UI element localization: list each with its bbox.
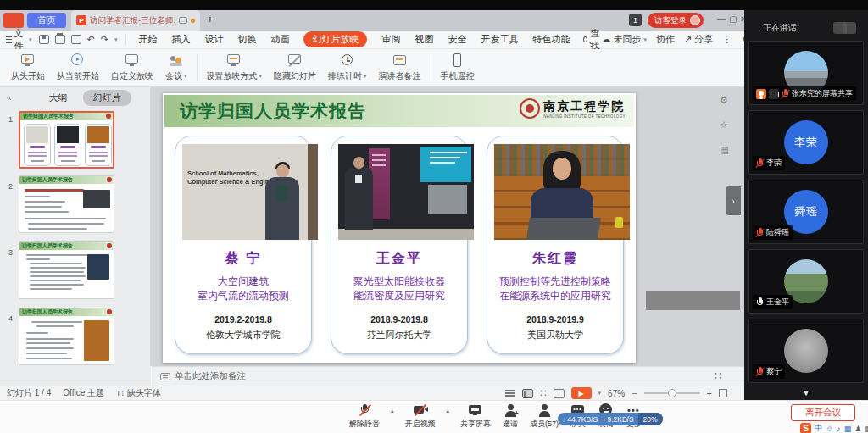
slide-thumbnail-4[interactable]: 访学归国人员学术报告 (19, 308, 114, 365)
fullscreen-icon[interactable] (719, 389, 727, 397)
start-from-beginning-button[interactable]: 从头开始 (5, 53, 51, 82)
notes-view-icon[interactable] (505, 390, 515, 397)
phone-remote-button[interactable]: 手机遥控 (435, 53, 481, 82)
find-button[interactable]: 查找 (583, 27, 601, 53)
participant-tile[interactable]: 舜瑶 陆舜瑶 (748, 180, 864, 244)
play-caret-icon[interactable]: ▾ (598, 390, 602, 397)
quickbar-caret-icon[interactable]: ▾ (114, 36, 118, 43)
scholar-name: 蔡 宁 (175, 250, 311, 268)
window-count-badge[interactable]: 1 (629, 14, 642, 26)
slide-thumbnail-3[interactable]: 访学归国人员学术报告 (19, 241, 114, 299)
rehearse-timings-button[interactable]: 排练计时▾ (322, 53, 373, 82)
print-icon[interactable] (55, 35, 65, 44)
invite-button[interactable]: + 邀请 (502, 403, 519, 430)
sync-status-button[interactable]: ☁ 未同步 ▾ (601, 33, 647, 46)
tab-slideshow-active[interactable]: 幻灯片放映 (303, 31, 367, 47)
unmute-button[interactable]: 解除静音 (349, 403, 380, 430)
settings-icon[interactable]: ⚙ (720, 95, 728, 106)
menu-bar: 文件 ▾ ↶ ↷ ▾ 开始 插入 设计 切换 动画 幻灯片放映 审阅 视图 安全 (0, 31, 744, 49)
tab-home[interactable]: 开始 (138, 33, 157, 46)
scholar-card-3[interactable]: 朱红霞 预测控制等先进控制策略在能源系统中的应用研究 2018.9-2019.9… (487, 136, 624, 354)
collaborate-button[interactable]: 协作 (656, 33, 675, 46)
tab-security[interactable]: 安全 (448, 33, 466, 46)
print-preview-icon[interactable] (71, 35, 81, 44)
notes-bar[interactable]: 单击此处添加备注 (152, 366, 744, 386)
video-options-caret[interactable]: ▴ (447, 408, 450, 414)
presenter-notes-button[interactable]: 演讲者备注 (373, 53, 427, 82)
participant-tile-share[interactable]: 张东究的屏幕共享 (748, 41, 864, 105)
file-menu[interactable]: 文件 ▾ (0, 27, 39, 53)
zoom-out-icon[interactable]: − (632, 388, 637, 398)
zoom-slider-knob[interactable] (668, 389, 676, 397)
panel-collapse-handle[interactable]: › (726, 186, 741, 215)
ime-tray-icon[interactable]: 中 (815, 423, 822, 433)
institution-logo: 南京工程学院 NANJING INSTITUTE OF TECHNOLOGY (520, 98, 626, 119)
star-icon[interactable]: ☆ (720, 119, 728, 130)
wps-logo[interactable] (3, 13, 24, 28)
scroll-participants-down-icon[interactable]: ▼ (744, 388, 868, 397)
reading-view-icon[interactable] (554, 389, 565, 398)
share-button[interactable]: ↗ 分享 (684, 33, 713, 46)
more-menu-icon[interactable]: ⋮ (722, 34, 732, 45)
start-video-button[interactable]: 开启视频 (405, 403, 436, 430)
zoom-in-icon[interactable]: + (707, 388, 712, 398)
scholar-card-2[interactable]: 王金平 聚光型太阳能接收器能流密度及应用研究 2018.9-2019.8 芬兰阿… (331, 136, 468, 354)
editor-content: « 大纲 幻灯片 1 访学归国人员学术报告 2 访学归国人员学术报告 (0, 87, 744, 366)
save-icon[interactable] (39, 35, 49, 44)
screen-share-icon (467, 403, 484, 417)
collapse-panel-icon[interactable]: « (0, 93, 20, 103)
guest-login-button[interactable]: 访客登录 (648, 13, 704, 28)
slide-thumbnail-2[interactable]: 访学归国人员学术报告 (19, 175, 114, 233)
tab-animation[interactable]: 动画 (270, 33, 289, 46)
normal-view-icon[interactable] (522, 389, 533, 398)
leave-meeting-button[interactable]: 离开会议 (791, 404, 855, 421)
theme-name[interactable]: Office 主题 (63, 387, 104, 399)
share-screen-button[interactable]: 共享屏幕 (460, 403, 491, 430)
tab-view[interactable]: 视图 (415, 33, 433, 46)
floating-overlay-bar[interactable] (646, 291, 740, 310)
emoji-tray-icon[interactable]: ☺ (826, 425, 833, 433)
slides-tab-selected[interactable]: 幻灯片 (83, 90, 131, 106)
tab-devtools[interactable]: 开发工具 (481, 33, 518, 46)
tab-transition[interactable]: 切换 (237, 33, 256, 46)
start-from-current-button[interactable]: 从当前开始 (51, 53, 105, 82)
minimize-button[interactable]: — (717, 14, 726, 24)
home-tab[interactable]: 首页 (27, 13, 66, 28)
redo-icon[interactable]: ↷ (101, 34, 108, 45)
mic-options-caret[interactable]: ▴ (391, 408, 394, 414)
participant-tile[interactable]: 李荣 李荣 (748, 110, 864, 175)
meeting-button[interactable]: 会议▾ (159, 53, 193, 82)
restore-button[interactable]: ▢ (729, 14, 737, 24)
members-button[interactable]: 成员(57) (530, 403, 559, 430)
sogou-tray-icon[interactable]: S (800, 423, 811, 433)
zoom-level[interactable]: 67% (608, 389, 625, 398)
outline-tab[interactable]: 大纲 (49, 92, 68, 104)
tab-insert[interactable]: 插入 (171, 33, 190, 46)
participant-tile[interactable]: 王金平 (748, 249, 864, 314)
hide-slide-button[interactable]: 隐藏幻灯片 (268, 53, 322, 82)
slide-thumbnail-1-selected[interactable]: 访学归国人员学术报告 (19, 111, 114, 169)
tab-review[interactable]: 审阅 (381, 33, 400, 46)
missing-font-warning[interactable]: T↓ 缺失字体 (116, 387, 161, 399)
participant-tile[interactable]: 蔡宁 (748, 319, 864, 383)
scholar-card-1[interactable]: School of Mathematics,Computer Science &… (175, 136, 312, 354)
tool-tray-icon[interactable]: ♟ (854, 425, 861, 433)
layers-icon[interactable]: ▤ (720, 144, 728, 155)
setup-show-button[interactable]: 设置放映方式▾ (201, 53, 269, 82)
slide-sorter-icon[interactable]: ∷ (540, 387, 547, 399)
scholar-institution: 芬兰阿尔托大学 (331, 329, 467, 341)
keyboard-tray-icon[interactable]: ▦ (844, 425, 852, 433)
play-slideshow-button[interactable]: ▶ (571, 387, 592, 399)
custom-show-button[interactable]: 自定义放映 (105, 53, 159, 82)
undo-icon[interactable]: ↶ (87, 34, 95, 45)
new-tab-button[interactable]: + (207, 13, 214, 25)
tab-design[interactable]: 设计 (204, 33, 223, 46)
slide-1[interactable]: 访学归国人员学术报告 南京工程学院 NANJING INSTITUTE OF T… (163, 93, 636, 363)
unsaved-indicator (191, 19, 195, 23)
document-tab[interactable]: P 访问学者汇报-三位老师.pptx (71, 10, 200, 31)
grid-tray-icon[interactable]: ▦ (865, 425, 868, 433)
zoom-slider[interactable] (644, 392, 700, 394)
tab-features[interactable]: 特色功能 (532, 33, 570, 46)
grid-view-icon[interactable]: ∷ (715, 369, 721, 382)
audio-tray-icon[interactable]: ♪ (837, 425, 841, 433)
